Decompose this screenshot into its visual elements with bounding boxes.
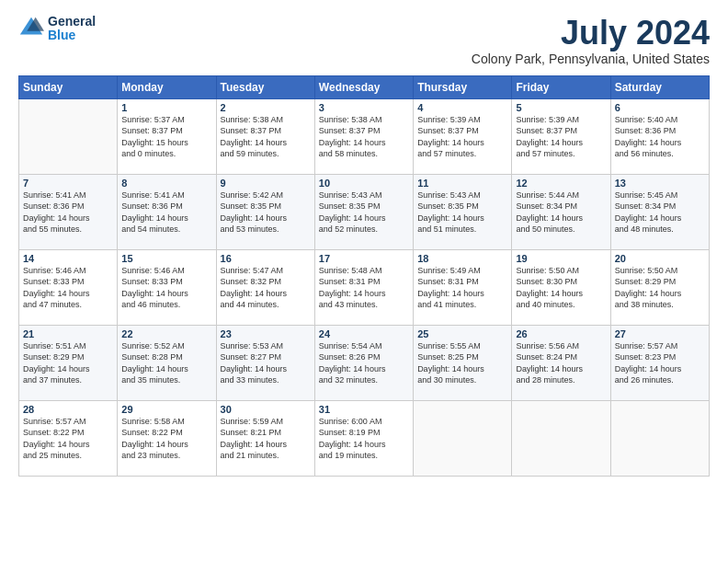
- cell-content: Sunrise: 5:42 AMSunset: 8:35 PMDaylight:…: [221, 190, 311, 236]
- header-row: SundayMondayTuesdayWednesdayThursdayFrid…: [19, 75, 710, 98]
- day-number: 10: [319, 178, 409, 189]
- day-header-saturday: Saturday: [610, 75, 709, 98]
- calendar-cell: 19Sunrise: 5:50 AMSunset: 8:30 PMDayligh…: [512, 249, 610, 325]
- calendar-cell: [414, 400, 512, 476]
- cell-content: Sunrise: 5:46 AMSunset: 8:33 PMDaylight:…: [121, 265, 211, 311]
- calendar-cell: 24Sunrise: 5:54 AMSunset: 8:26 PMDayligh…: [314, 325, 413, 400]
- cell-content: Sunrise: 5:59 AMSunset: 8:21 PMDaylight:…: [221, 416, 311, 462]
- day-number: 28: [23, 404, 113, 415]
- page: General Blue July 2024 Colony Park, Penn…: [0, 0, 728, 488]
- day-number: 5: [516, 102, 606, 113]
- calendar-cell: [512, 400, 610, 476]
- cell-content: Sunrise: 5:48 AMSunset: 8:31 PMDaylight:…: [319, 265, 409, 311]
- day-number: 4: [417, 102, 507, 113]
- logo-text: General Blue: [48, 15, 96, 43]
- calendar-cell: 16Sunrise: 5:47 AMSunset: 8:32 PMDayligh…: [216, 249, 314, 325]
- day-number: 29: [121, 404, 211, 415]
- day-number: 6: [615, 102, 705, 113]
- calendar-cell: 30Sunrise: 5:59 AMSunset: 8:21 PMDayligh…: [216, 400, 314, 476]
- calendar-cell: 3Sunrise: 5:38 AMSunset: 8:37 PMDaylight…: [314, 98, 413, 174]
- week-row-4: 28Sunrise: 5:57 AMSunset: 8:22 PMDayligh…: [19, 400, 710, 476]
- calendar-cell: 8Sunrise: 5:41 AMSunset: 8:36 PMDaylight…: [118, 174, 216, 249]
- cell-content: Sunrise: 6:00 AMSunset: 8:19 PMDaylight:…: [319, 416, 409, 462]
- cell-content: Sunrise: 5:54 AMSunset: 8:26 PMDaylight:…: [319, 340, 409, 386]
- calendar-cell: 14Sunrise: 5:46 AMSunset: 8:33 PMDayligh…: [19, 249, 118, 325]
- cell-content: Sunrise: 5:38 AMSunset: 8:37 PMDaylight:…: [319, 114, 409, 160]
- day-number: 8: [121, 178, 211, 189]
- day-number: 24: [319, 328, 409, 339]
- cell-content: Sunrise: 5:46 AMSunset: 8:33 PMDaylight:…: [23, 265, 113, 311]
- calendar-cell: [610, 400, 709, 476]
- day-header-thursday: Thursday: [414, 75, 512, 98]
- week-row-1: 7Sunrise: 5:41 AMSunset: 8:36 PMDaylight…: [19, 174, 710, 249]
- calendar-cell: 22Sunrise: 5:52 AMSunset: 8:28 PMDayligh…: [118, 325, 216, 400]
- cell-content: Sunrise: 5:52 AMSunset: 8:28 PMDaylight:…: [121, 340, 211, 386]
- day-number: 1: [121, 102, 211, 113]
- day-number: 20: [615, 253, 705, 264]
- cell-content: Sunrise: 5:39 AMSunset: 8:37 PMDaylight:…: [516, 114, 606, 160]
- cell-content: Sunrise: 5:44 AMSunset: 8:34 PMDaylight:…: [516, 190, 606, 236]
- day-number: 19: [516, 253, 606, 264]
- calendar-cell: 1Sunrise: 5:37 AMSunset: 8:37 PMDaylight…: [118, 98, 216, 174]
- header: General Blue July 2024 Colony Park, Penn…: [18, 15, 710, 66]
- calendar-cell: 4Sunrise: 5:39 AMSunset: 8:37 PMDaylight…: [414, 98, 512, 174]
- calendar-cell: 20Sunrise: 5:50 AMSunset: 8:29 PMDayligh…: [610, 249, 709, 325]
- calendar-table: SundayMondayTuesdayWednesdayThursdayFrid…: [18, 75, 710, 477]
- calendar-cell: 28Sunrise: 5:57 AMSunset: 8:22 PMDayligh…: [19, 400, 118, 476]
- cell-content: Sunrise: 5:50 AMSunset: 8:30 PMDaylight:…: [516, 265, 606, 311]
- calendar-cell: 18Sunrise: 5:49 AMSunset: 8:31 PMDayligh…: [414, 249, 512, 325]
- calendar-cell: 15Sunrise: 5:46 AMSunset: 8:33 PMDayligh…: [118, 249, 216, 325]
- cell-content: Sunrise: 5:57 AMSunset: 8:22 PMDaylight:…: [23, 416, 113, 462]
- day-number: 18: [417, 253, 507, 264]
- cell-content: Sunrise: 5:43 AMSunset: 8:35 PMDaylight:…: [417, 190, 507, 236]
- day-number: 31: [319, 404, 409, 415]
- day-number: 13: [615, 178, 705, 189]
- cell-content: Sunrise: 5:58 AMSunset: 8:22 PMDaylight:…: [121, 416, 211, 462]
- logo-blue: Blue: [48, 29, 96, 42]
- week-row-3: 21Sunrise: 5:51 AMSunset: 8:29 PMDayligh…: [19, 325, 710, 400]
- week-row-0: 1Sunrise: 5:37 AMSunset: 8:37 PMDaylight…: [19, 98, 710, 174]
- calendar-cell: 23Sunrise: 5:53 AMSunset: 8:27 PMDayligh…: [216, 325, 314, 400]
- cell-content: Sunrise: 5:45 AMSunset: 8:34 PMDaylight:…: [615, 190, 705, 236]
- calendar-cell: 31Sunrise: 6:00 AMSunset: 8:19 PMDayligh…: [314, 400, 413, 476]
- cell-content: Sunrise: 5:53 AMSunset: 8:27 PMDaylight:…: [221, 340, 311, 386]
- day-number: 15: [121, 253, 211, 264]
- cell-content: Sunrise: 5:49 AMSunset: 8:31 PMDaylight:…: [417, 265, 507, 311]
- day-header-tuesday: Tuesday: [216, 75, 314, 98]
- cell-content: Sunrise: 5:43 AMSunset: 8:35 PMDaylight:…: [319, 190, 409, 236]
- calendar-cell: 12Sunrise: 5:44 AMSunset: 8:34 PMDayligh…: [512, 174, 610, 249]
- cell-content: Sunrise: 5:41 AMSunset: 8:36 PMDaylight:…: [121, 190, 211, 236]
- title-section: July 2024 Colony Park, Pennsylvania, Uni…: [472, 15, 710, 66]
- logo: General Blue: [18, 15, 96, 43]
- cell-content: Sunrise: 5:37 AMSunset: 8:37 PMDaylight:…: [121, 114, 211, 160]
- day-number: 2: [221, 102, 311, 113]
- cell-content: Sunrise: 5:50 AMSunset: 8:29 PMDaylight:…: [615, 265, 705, 311]
- calendar-cell: 27Sunrise: 5:57 AMSunset: 8:23 PMDayligh…: [610, 325, 709, 400]
- day-number: 9: [221, 178, 311, 189]
- day-number: 14: [23, 253, 113, 264]
- cell-content: Sunrise: 5:38 AMSunset: 8:37 PMDaylight:…: [221, 114, 311, 160]
- calendar-cell: [19, 98, 118, 174]
- cell-content: Sunrise: 5:41 AMSunset: 8:36 PMDaylight:…: [23, 190, 113, 236]
- day-header-monday: Monday: [118, 75, 216, 98]
- cell-content: Sunrise: 5:55 AMSunset: 8:25 PMDaylight:…: [417, 340, 507, 386]
- day-number: 7: [23, 178, 113, 189]
- logo-icon: [18, 16, 44, 41]
- calendar-cell: 7Sunrise: 5:41 AMSunset: 8:36 PMDaylight…: [19, 174, 118, 249]
- day-number: 23: [221, 328, 311, 339]
- cell-content: Sunrise: 5:57 AMSunset: 8:23 PMDaylight:…: [615, 340, 705, 386]
- location: Colony Park, Pennsylvania, United States: [472, 52, 710, 66]
- calendar-cell: 2Sunrise: 5:38 AMSunset: 8:37 PMDaylight…: [216, 98, 314, 174]
- day-number: 27: [615, 328, 705, 339]
- calendar-cell: 17Sunrise: 5:48 AMSunset: 8:31 PMDayligh…: [314, 249, 413, 325]
- calendar-cell: 11Sunrise: 5:43 AMSunset: 8:35 PMDayligh…: [414, 174, 512, 249]
- cell-content: Sunrise: 5:47 AMSunset: 8:32 PMDaylight:…: [221, 265, 311, 311]
- week-row-2: 14Sunrise: 5:46 AMSunset: 8:33 PMDayligh…: [19, 249, 710, 325]
- day-number: 26: [516, 328, 606, 339]
- day-header-sunday: Sunday: [19, 75, 118, 98]
- day-header-wednesday: Wednesday: [314, 75, 413, 98]
- calendar-cell: 9Sunrise: 5:42 AMSunset: 8:35 PMDaylight…: [216, 174, 314, 249]
- day-number: 11: [417, 178, 507, 189]
- cell-content: Sunrise: 5:39 AMSunset: 8:37 PMDaylight:…: [417, 114, 507, 160]
- day-number: 22: [121, 328, 211, 339]
